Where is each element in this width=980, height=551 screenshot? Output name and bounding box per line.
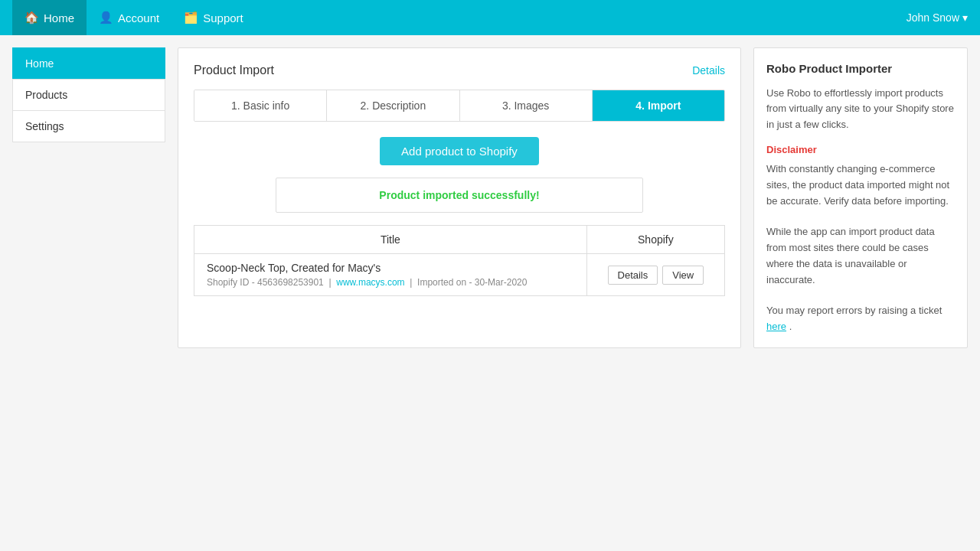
disclaimer-text-2: While the app can import product data fr… [766, 224, 955, 288]
sidebar-item-home[interactable]: Home [12, 47, 165, 80]
product-title-cell: Scoop-Neck Top, Created for Macy's Shopi… [194, 254, 587, 296]
sidebar: Home Products Settings [12, 47, 165, 348]
user-menu[interactable]: John Snow ▾ [906, 11, 968, 24]
dropdown-chevron-icon: ▾ [962, 11, 968, 24]
details-link[interactable]: Details [692, 64, 725, 77]
table-row: Scoop-Neck Top, Created for Macy's Shopi… [194, 254, 725, 296]
ticket-link[interactable]: here [766, 321, 786, 332]
sidebar-products-label: Products [25, 89, 67, 101]
tab-description[interactable]: 2. Description [327, 90, 459, 121]
success-message-box: Product imported successfully! [276, 178, 643, 213]
nav-support-label: Support [203, 11, 243, 24]
success-text: Product imported successfully! [379, 189, 539, 201]
tab-basic-info[interactable]: 1. Basic info [194, 90, 327, 121]
nav-account-label: Account [118, 11, 159, 24]
import-title: Product Import [194, 64, 274, 77]
sidebar-item-settings[interactable]: Settings [12, 110, 165, 142]
disclaimer-text-1: With constantly changing e-commerce site… [766, 161, 955, 209]
view-button[interactable]: View [662, 266, 704, 285]
nav-home[interactable]: 🏠 Home [12, 0, 87, 35]
col-title: Title [194, 226, 587, 254]
nav-home-label: Home [44, 11, 74, 24]
nav-support[interactable]: 🗂️ Support [172, 0, 256, 35]
support-icon: 🗂️ [184, 11, 198, 24]
product-title: Scoop-Neck Top, Created for Macy's [207, 262, 574, 274]
page-layout: Home Products Settings Product Import De… [0, 35, 980, 360]
sidebar-item-products[interactable]: Products [12, 79, 165, 111]
tab-import[interactable]: 4. Import [593, 90, 724, 121]
import-date: Imported on - 30-Mar-2020 [417, 277, 527, 288]
home-icon: 🏠 [24, 11, 39, 24]
tab-images[interactable]: 3. Images [460, 90, 593, 121]
product-meta: Shopify ID - 4563698253901 | www.macys.c… [207, 277, 574, 288]
panel-description: Use Robo to effortlessly import products… [766, 86, 955, 133]
disclaimer-label: Disclaimer [766, 142, 955, 158]
panel-title: Robo Product Importer [766, 60, 955, 78]
steps-tabs: 1. Basic info 2. Description 3. Images 4… [194, 90, 725, 122]
username-label: John Snow [906, 11, 959, 24]
add-to-shopify-button[interactable]: Add product to Shopify [380, 137, 539, 165]
product-table: Title Shopify Scoop-Neck Top, Created fo… [194, 225, 725, 296]
sidebar-home-label: Home [25, 57, 54, 70]
import-header: Product Import Details [194, 64, 725, 77]
right-panel: Robo Product Importer Use Robo to effort… [753, 47, 968, 348]
sidebar-settings-label: Settings [25, 120, 64, 132]
details-button[interactable]: Details [608, 266, 658, 285]
col-shopify: Shopify [586, 226, 724, 254]
product-source-link[interactable]: www.macys.com [336, 277, 404, 288]
product-actions-cell: Details View [586, 254, 724, 296]
disclaimer-text-3: You may report errors by raising a ticke… [766, 303, 955, 335]
account-icon: 👤 [99, 11, 113, 24]
shopify-id: Shopify ID - 4563698253901 [207, 277, 324, 288]
main-content: Product Import Details 1. Basic info 2. … [178, 47, 741, 348]
product-actions: Details View [599, 266, 712, 285]
top-navigation: 🏠 Home 👤 Account 🗂️ Support John Snow ▾ [0, 0, 980, 35]
nav-account[interactable]: 👤 Account [87, 0, 172, 35]
